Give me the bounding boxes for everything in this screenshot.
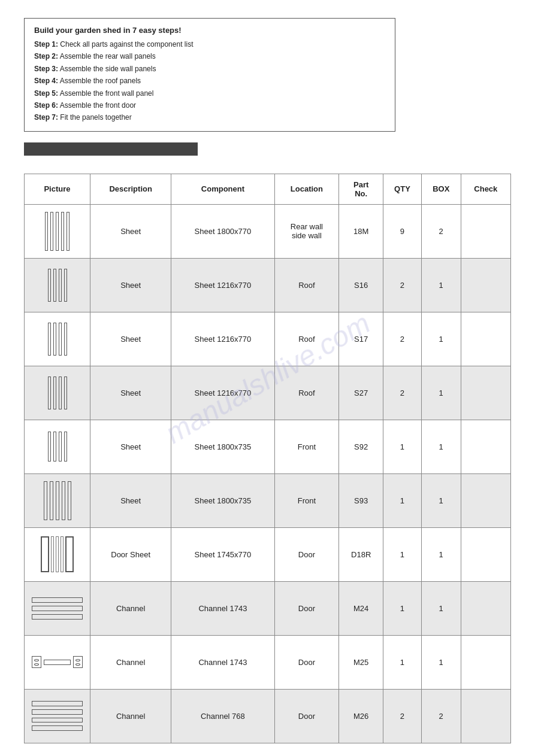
table-row: Sheet Sheet 1216x770 Roof S17 2 1 xyxy=(25,312,511,366)
part-no-cell: S27 xyxy=(339,366,383,420)
header-box: BOX xyxy=(421,174,461,204)
table-header-row: Picture Description Component Location P… xyxy=(25,174,511,204)
picture-cell xyxy=(25,581,90,635)
location-cell: Door xyxy=(274,527,339,581)
check-cell xyxy=(461,635,510,689)
location-cell: Rear wallside wall xyxy=(274,204,339,258)
qty-cell: 2 xyxy=(383,366,422,420)
step-5: Step 5: Assemble the front wall panel xyxy=(34,87,385,99)
part-icon xyxy=(28,210,86,252)
header-part-no: PartNo. xyxy=(339,174,383,204)
picture-cell xyxy=(25,366,90,420)
box-cell: 1 xyxy=(421,312,461,366)
qty-cell: 1 xyxy=(383,473,422,527)
table-row: Channel Channel 768 Door M26 2 2 xyxy=(25,689,511,743)
description-cell: Channel xyxy=(90,635,171,689)
step-3: Step 3: Assemble the side wall panels xyxy=(34,63,385,75)
part-icon xyxy=(28,587,86,629)
qty-cell: 1 xyxy=(383,420,422,473)
picture-cell xyxy=(25,258,90,312)
part-icon xyxy=(28,426,86,467)
box-cell: 1 xyxy=(421,635,461,689)
description-cell: Sheet xyxy=(90,366,171,420)
check-cell xyxy=(461,204,510,258)
component-cell: Channel 1743 xyxy=(171,635,274,689)
part-no-cell: M24 xyxy=(339,581,383,635)
step-7: Step 7: Fit the panels together xyxy=(34,111,385,123)
component-cell: Sheet 1800x735 xyxy=(171,420,274,473)
component-cell: Sheet 1745x770 xyxy=(171,527,274,581)
qty-cell: 1 xyxy=(383,581,422,635)
component-cell: Sheet 1800x770 xyxy=(171,204,274,258)
picture-cell xyxy=(25,312,90,366)
step-1: Step 1: Check all parts against the comp… xyxy=(34,38,385,50)
picture-cell xyxy=(25,473,90,527)
description-cell: Sheet xyxy=(90,312,171,366)
part-icon xyxy=(28,318,86,360)
check-cell xyxy=(461,312,510,366)
box-cell: 1 xyxy=(421,366,461,420)
instructions-box: Build your garden shed in 7 easy steps! … xyxy=(24,18,395,132)
box-cell: 1 xyxy=(421,473,461,527)
table-row: Channel Channel 1743 Door M24 1 1 xyxy=(25,581,511,635)
check-cell xyxy=(461,258,510,312)
picture-cell xyxy=(25,527,90,581)
qty-cell: 1 xyxy=(383,527,422,581)
location-cell: Roof xyxy=(274,366,339,420)
part-no-cell: S16 xyxy=(339,258,383,312)
location-cell: Front xyxy=(274,420,339,473)
location-cell: Front xyxy=(274,473,339,527)
description-cell: Door Sheet xyxy=(90,527,171,581)
check-cell xyxy=(461,420,510,473)
instructions-title: Build your garden shed in 7 easy steps! xyxy=(34,26,385,35)
box-cell: 1 xyxy=(421,581,461,635)
box-cell: 2 xyxy=(421,204,461,258)
component-cell: Sheet 1216x770 xyxy=(171,312,274,366)
picture-cell xyxy=(25,420,90,473)
box-cell: 2 xyxy=(421,689,461,743)
check-cell xyxy=(461,689,510,743)
picture-cell xyxy=(25,635,90,689)
instructions-steps: Step 1: Check all parts against the comp… xyxy=(34,38,385,124)
qty-cell: 2 xyxy=(383,312,422,366)
location-cell: Door xyxy=(274,581,339,635)
part-no-cell: S93 xyxy=(339,473,383,527)
part-icon xyxy=(28,695,86,737)
description-cell: Channel xyxy=(90,689,171,743)
part-icon xyxy=(28,641,86,683)
check-cell xyxy=(461,473,510,527)
component-cell: Channel 1743 xyxy=(171,581,274,635)
table-row: Sheet Sheet 1800x770 Rear wallside wall … xyxy=(25,204,511,258)
header-qty: QTY xyxy=(383,174,422,204)
part-no-cell: M25 xyxy=(339,635,383,689)
header-component: Component xyxy=(171,174,274,204)
component-cell: Sheet 1800x735 xyxy=(171,473,274,527)
step-2: Step 2: Assemble the rear wall panels xyxy=(34,50,385,62)
box-cell: 1 xyxy=(421,527,461,581)
location-cell: Roof xyxy=(274,258,339,312)
check-cell xyxy=(461,366,510,420)
description-cell: Sheet xyxy=(90,473,171,527)
picture-cell xyxy=(25,689,90,743)
location-cell: Door xyxy=(274,635,339,689)
part-no-cell: D18R xyxy=(339,527,383,581)
step-6: Step 6: Assemble the front door xyxy=(34,99,385,111)
description-cell: Sheet xyxy=(90,420,171,473)
table-row: Sheet Sheet 1216x770 Roof S16 2 1 xyxy=(25,258,511,312)
table-row: Sheet Sheet 1800x735 Front S92 1 1 xyxy=(25,420,511,473)
part-no-cell: S17 xyxy=(339,312,383,366)
watermark-bar xyxy=(24,142,198,156)
description-cell: Sheet xyxy=(90,204,171,258)
part-icon xyxy=(28,533,86,575)
part-icon xyxy=(28,479,86,521)
part-no-cell: M26 xyxy=(339,689,383,743)
qty-cell: 2 xyxy=(383,689,422,743)
header-check: Check xyxy=(461,174,510,204)
table-row: Channel Channel 1743 Door M25 1 1 xyxy=(25,635,511,689)
box-cell: 1 xyxy=(421,420,461,473)
part-no-cell: S92 xyxy=(339,420,383,473)
location-cell: Roof xyxy=(274,312,339,366)
description-cell: Sheet xyxy=(90,258,171,312)
step-4: Step 4: Assemble the roof panels xyxy=(34,75,385,87)
parts-table: Picture Description Component Location P… xyxy=(24,174,511,743)
